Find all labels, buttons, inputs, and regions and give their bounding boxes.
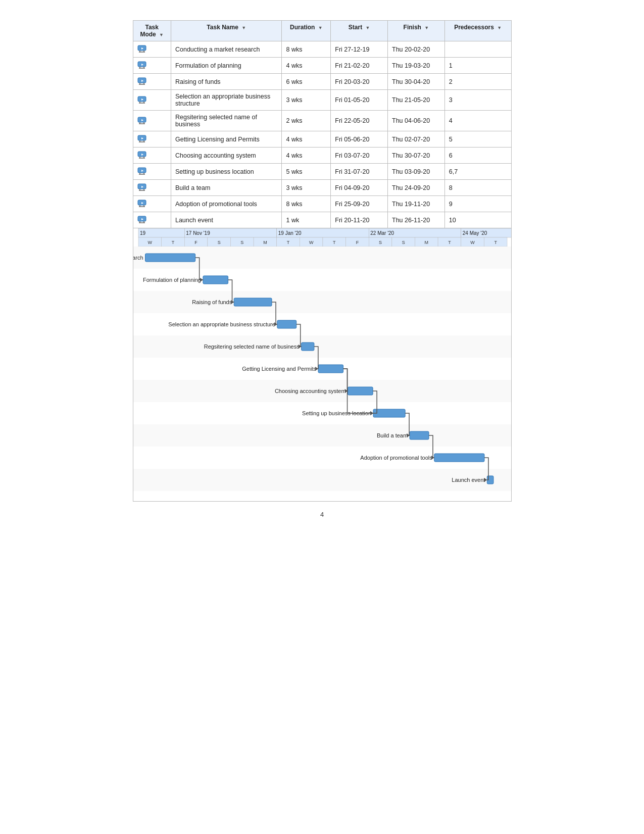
cell-duration-4: 2 wks bbox=[282, 111, 331, 131]
cell-duration-2: 6 wks bbox=[282, 74, 331, 90]
svg-text:F: F bbox=[194, 240, 197, 245]
svg-text:19 Jan '20: 19 Jan '20 bbox=[278, 230, 301, 236]
svg-text:T: T bbox=[333, 240, 336, 245]
cell-name-1: Formulation of planning bbox=[171, 58, 282, 74]
svg-text:W: W bbox=[309, 240, 313, 245]
cell-mode-10 bbox=[133, 212, 171, 228]
cell-duration-10: 1 wk bbox=[282, 212, 331, 228]
cell-name-5: Getting Licensing and Permits bbox=[171, 131, 282, 148]
task-mode-icon-8 bbox=[137, 183, 147, 191]
svg-text:Build a team: Build a team bbox=[376, 432, 407, 438]
task-mode-icon-7 bbox=[137, 167, 147, 175]
col-header-finish[interactable]: Finish ▼ bbox=[388, 21, 445, 41]
table-row: Raising of funds 6 wks Fri 20-03-20 Thu … bbox=[133, 74, 511, 90]
page-number: 4 bbox=[133, 511, 512, 518]
svg-text:S: S bbox=[402, 240, 405, 245]
sort-arrow-pred: ▼ bbox=[497, 25, 502, 30]
cell-finish-1: Thu 19-03-20 bbox=[388, 58, 445, 74]
cell-mode-7 bbox=[133, 164, 171, 180]
svg-text:Adoption of promotional tools: Adoption of promotional tools bbox=[360, 455, 432, 461]
cell-start-9: Fri 25-09-20 bbox=[331, 196, 388, 212]
svg-text:Formulation of planning: Formulation of planning bbox=[143, 277, 201, 283]
svg-rect-137 bbox=[434, 454, 484, 462]
col-header-duration[interactable]: Duration ▼ bbox=[282, 21, 331, 41]
cell-start-7: Fri 31-07-20 bbox=[331, 164, 388, 180]
cell-finish-5: Thu 02-07-20 bbox=[388, 131, 445, 148]
svg-rect-116 bbox=[234, 298, 272, 306]
svg-rect-131 bbox=[373, 409, 405, 417]
svg-text:T: T bbox=[448, 240, 451, 245]
task-mode-icon-5 bbox=[137, 134, 147, 142]
cell-mode-5 bbox=[133, 131, 171, 148]
cell-duration-1: 4 wks bbox=[282, 58, 331, 74]
svg-rect-133 bbox=[133, 424, 511, 447]
gantt-chart-section: 1917 Nov '1919 Jan '2022 Mar '2024 May '… bbox=[133, 228, 512, 502]
cell-name-6: Choosing accounting system bbox=[171, 148, 282, 164]
task-mode-icon-1 bbox=[137, 61, 147, 69]
cell-start-3: Fri 01-05-20 bbox=[331, 90, 388, 111]
task-mode-icon-6 bbox=[137, 151, 147, 159]
sort-arrow-name: ▼ bbox=[241, 25, 246, 30]
svg-text:17 Nov '19: 17 Nov '19 bbox=[186, 230, 210, 236]
cell-name-9: Adoption of promotional tools bbox=[171, 196, 282, 212]
svg-rect-128 bbox=[348, 387, 373, 395]
cell-duration-5: 4 wks bbox=[282, 131, 331, 148]
cell-duration-7: 5 wks bbox=[282, 164, 331, 180]
cell-finish-9: Thu 19-11-20 bbox=[388, 196, 445, 212]
svg-text:T: T bbox=[286, 240, 289, 245]
cell-pred-2: 2 bbox=[444, 74, 511, 90]
cell-mode-6 bbox=[133, 148, 171, 164]
cell-mode-8 bbox=[133, 180, 171, 196]
svg-text:19: 19 bbox=[140, 230, 146, 236]
cell-pred-9: 9 bbox=[444, 196, 511, 212]
cell-start-5: Fri 05-06-20 bbox=[331, 131, 388, 148]
cell-mode-9 bbox=[133, 196, 171, 212]
cell-mode-0 bbox=[133, 41, 171, 58]
cell-duration-3: 3 wks bbox=[282, 90, 331, 111]
sort-arrow-mode: ▼ bbox=[159, 32, 164, 37]
svg-rect-113 bbox=[203, 276, 228, 284]
cell-duration-9: 8 wks bbox=[282, 196, 331, 212]
cell-start-0: Fri 27-12-19 bbox=[331, 41, 388, 58]
cell-finish-0: Thu 20-02-20 bbox=[388, 41, 445, 58]
cell-name-0: Conducting a market research bbox=[171, 41, 282, 58]
svg-text:Raising of funds: Raising of funds bbox=[192, 299, 232, 305]
cell-pred-8: 8 bbox=[444, 180, 511, 196]
chart-wrapper: 1917 Nov '1919 Jan '2022 Mar '2024 May '… bbox=[133, 228, 511, 496]
svg-text:T: T bbox=[171, 240, 174, 245]
cell-mode-3 bbox=[133, 90, 171, 111]
sort-arrow-start: ▼ bbox=[366, 25, 370, 30]
col-header-start[interactable]: Start ▼ bbox=[331, 21, 388, 41]
svg-text:M: M bbox=[263, 240, 267, 245]
svg-text:22 Mar '20: 22 Mar '20 bbox=[370, 230, 394, 236]
table-row: Selection an appropriate business struct… bbox=[133, 90, 511, 111]
cell-name-2: Raising of funds bbox=[171, 74, 282, 90]
cell-mode-4 bbox=[133, 111, 171, 131]
task-mode-icon-9 bbox=[137, 199, 147, 207]
svg-rect-121 bbox=[133, 335, 511, 358]
col-header-name[interactable]: Task Name ▼ bbox=[171, 21, 282, 41]
col-header-pred[interactable]: Predecessors ▼ bbox=[444, 21, 511, 41]
task-mode-icon-3 bbox=[137, 95, 147, 104]
svg-rect-110 bbox=[145, 254, 195, 262]
cell-mode-2 bbox=[133, 74, 171, 90]
cell-pred-0 bbox=[444, 41, 511, 58]
svg-rect-115 bbox=[133, 291, 511, 313]
cell-start-6: Fri 03-07-20 bbox=[331, 148, 388, 164]
svg-rect-125 bbox=[318, 365, 343, 373]
svg-text:M: M bbox=[424, 240, 428, 245]
svg-text:Getting Licensing and Permits: Getting Licensing and Permits bbox=[242, 366, 316, 372]
svg-rect-119 bbox=[277, 320, 296, 328]
svg-rect-122 bbox=[301, 342, 314, 351]
svg-text:T: T bbox=[494, 240, 497, 245]
cell-pred-5: 5 bbox=[444, 131, 511, 148]
cell-finish-2: Thu 30-04-20 bbox=[388, 74, 445, 90]
cell-finish-8: Thu 24-09-20 bbox=[388, 180, 445, 196]
table-row: Conducting a market research 8 wks Fri 2… bbox=[133, 41, 511, 58]
col-header-mode[interactable]: TaskMode ▼ bbox=[133, 21, 171, 41]
table-row: Setting up business location 5 wks Fri 3… bbox=[133, 164, 511, 180]
svg-text:F: F bbox=[356, 240, 359, 245]
svg-text:W: W bbox=[147, 240, 152, 245]
task-mode-icon-10 bbox=[137, 215, 147, 223]
cell-start-1: Fri 21-02-20 bbox=[331, 58, 388, 74]
